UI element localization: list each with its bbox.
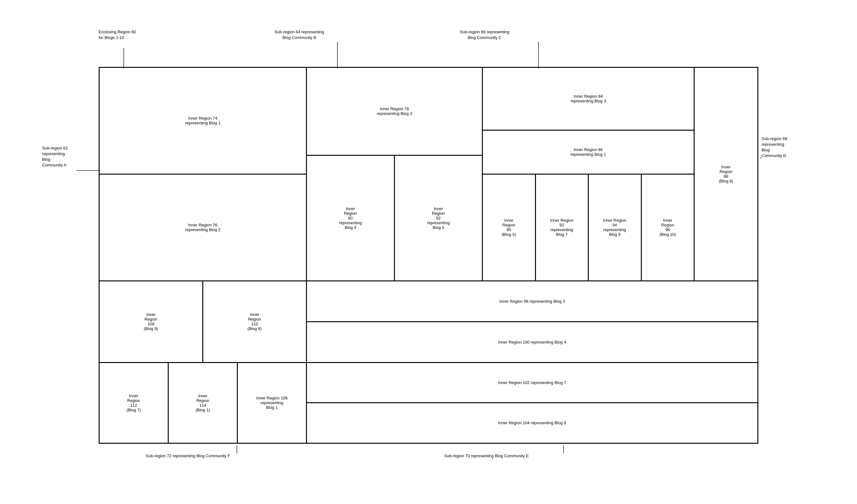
sub-region-62-label: Sub-region 62representingBlogCommunity A (42, 145, 68, 168)
sub-region-70: Inner Region 98 representing Blog 3 Inne… (307, 281, 757, 443)
region-104: Inner Region 104 representing Blog 8 (307, 403, 757, 443)
region-80: InnerRegion80representingBlog 4 (307, 156, 395, 280)
region-82: InnerRegion82representingBlog 5 (395, 156, 482, 280)
sub-region-62: Inner Region 74representing Blog 1 Inner… (100, 68, 307, 280)
region-78: Inner Region 78representing Blog 3 (307, 68, 482, 156)
sub-region-70-label: Sub-region 70 representing Blog Communit… (444, 453, 529, 459)
region-112: InnerRegion112(Blog 7) (100, 363, 169, 443)
sub-region-66-label: Sub-region 66 representingBlog Community… (460, 29, 509, 40)
sub-region-66-bottom: InnerRegion90(Blog 5) Inner Region92repr… (483, 175, 694, 280)
sub-region-64-bottom: InnerRegion80representingBlog 4 InnerReg… (307, 156, 482, 280)
sub-region-72-label: Sub-region 72 representing Blog Communit… (146, 453, 230, 459)
region-108: InnerRegion108(Blog 9) (100, 281, 203, 362)
region-76: Inner Region 76representing Blog 2 (100, 175, 306, 280)
region-96: InnerRegion96(Blog 10) (642, 175, 694, 280)
region-90: InnerRegion90(Blog 5) (483, 175, 536, 280)
region-88: InnerRegion88(Blog 6) (694, 68, 757, 280)
sub-region-64-label: Sub-region 64 representingBlog Community… (274, 29, 324, 40)
diagram-container: Enclosing Region 60for Blogs 1-10 Sub-re… (36, 17, 821, 488)
enclosing-region-label: Enclosing Region 60for Blogs 1-10 (99, 29, 136, 40)
sub-region-72: InnerRegion108(Blog 9) InnerRegion110(Bl… (100, 281, 307, 443)
sub-region-68-label: Sub-region 68representingBlogCommunity D (761, 136, 787, 159)
region-110: InnerRegion110(Blog 8) (203, 281, 306, 362)
enclosing-region-60: Inner Region 74representing Blog 1 Inner… (99, 67, 758, 444)
region-92: Inner Region92representingBlog 7 (536, 175, 589, 280)
sub-region-66: Inner Region 84representing Blog 3 Inner… (483, 68, 694, 280)
region-74: Inner Region 74representing Blog 1 (100, 68, 306, 175)
region-102: Inner Region 102 representing Blog 7 (307, 363, 757, 403)
region-114: InnerRegion114(Blog 1) (169, 363, 238, 443)
region-94: Inner Region94representingBlog 8 (589, 175, 642, 280)
region-100: Inner Region 100 representing Blog 4 (307, 322, 757, 363)
sub-region-64: Inner Region 78representing Blog 3 Inner… (307, 68, 483, 280)
bottom-half: InnerRegion108(Blog 9) InnerRegion110(Bl… (100, 281, 757, 443)
region-106: Inner Region 106representingBlog 1 (238, 363, 306, 443)
sub-region-72-bottom: InnerRegion112(Blog 7) InnerRegion114(Bl… (100, 363, 306, 443)
region-86: Inner Region 86representing Blog 1 (483, 131, 694, 175)
region-98: Inner Region 98 representing Blog 3 (307, 281, 757, 322)
sub-region-72-top: InnerRegion108(Blog 9) InnerRegion110(Bl… (100, 281, 306, 363)
sub-region-70-bottom: Inner Region 102 representing Blog 7 Inn… (307, 363, 757, 443)
top-half: Inner Region 74representing Blog 1 Inner… (100, 68, 757, 281)
region-84: Inner Region 84representing Blog 3 (483, 68, 694, 131)
